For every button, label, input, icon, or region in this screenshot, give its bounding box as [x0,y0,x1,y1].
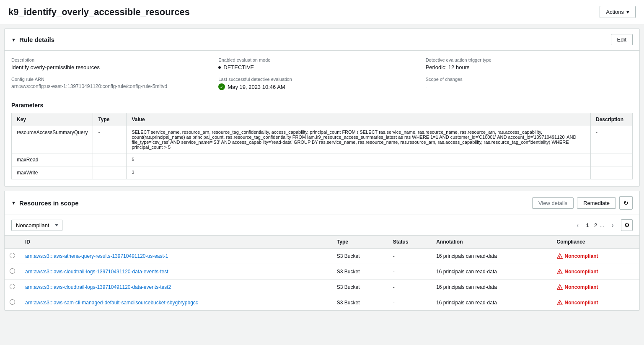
rule-details-header: ▼ Rule details Edit [5,29,639,51]
table-row: arn:aws:s3:::aws-cloudtrail-logs-1397104… [5,264,639,280]
refresh-icon: ↻ [623,200,628,206]
svg-text:!: ! [559,286,560,289]
noncompliant-badge: ! Noncompliant [557,253,634,259]
resource-status-cell: - [388,249,431,264]
resources-col-status: Status [388,236,431,249]
table-settings-button[interactable]: ⚙ [621,219,633,231]
page-title: k9_identify_overly_accessible_resources [8,7,190,18]
resource-type-cell: S3 Bucket [332,264,388,280]
next-page-button[interactable]: › [607,219,618,231]
config-arn-label: Config rule ARN [11,77,218,82]
compliance-filter[interactable]: Noncompliant Compliant All [11,220,62,231]
resources-section: ▼ Resources in scope View details Remedi… [4,191,640,311]
noncompliant-badge: ! Noncompliant [557,284,634,290]
params-cell-description: - [591,153,633,166]
noncompliant-badge: ! Noncompliant [557,300,634,306]
params-cell-key: maxWrite [12,166,93,179]
resources-col-compliance: Compliance [552,236,639,249]
params-cell-description: - [591,166,633,179]
params-col-key: Key [12,113,93,126]
resource-status-cell: - [388,295,431,311]
params-cell-key: resourceAccessSummaryQuery [12,126,93,153]
params-cell-description: - [591,126,633,153]
row-radio-cell[interactable] [5,249,20,264]
resource-id-link[interactable]: arn:aws:s3:::aws-cloudtrail-logs-1397104… [25,269,168,275]
params-cell-value: SELECT service_name, resource_arn, resou… [127,126,591,153]
resource-id-link[interactable]: arn:aws:s3:::aws-athena-query-results-13… [25,253,168,259]
row-radio-cell[interactable] [5,280,20,295]
row-radio-cell[interactable] [5,295,20,311]
resource-annotation-cell: 16 principals can read-data [431,249,551,264]
warning-triangle-icon: ! [557,253,563,259]
detective-trigger-label: Detective evaluation trigger type [426,57,633,62]
bullet-dot [218,66,221,69]
config-arn-value: arn:aws:config:us-east-1:139710491120:co… [11,83,218,89]
row-radio[interactable] [10,284,15,289]
params-cell-type: - [93,153,127,166]
row-radio[interactable] [10,268,15,274]
params-cell-key: maxRead [12,153,93,166]
chevron-down-icon: ▾ [626,9,629,15]
resource-status-cell: - [388,280,431,295]
edit-button[interactable]: Edit [611,34,633,45]
scope-changes-value: - [426,83,633,90]
resources-section-label: Resources in scope [19,200,79,207]
parameters-section: Parameters Key Type Value Description re… [5,97,639,186]
resource-id-cell: arn:aws:s3:::aws-sam-cli-managed-default… [20,295,332,311]
settings-icon: ⚙ [624,222,630,228]
description-value: Identify overly-permissible resources [11,64,218,70]
resources-col-id: ID [20,236,332,249]
remediate-button[interactable]: Remediate [577,197,616,209]
noncompliant-badge: ! Noncompliant [557,269,634,275]
resource-id-link[interactable]: arn:aws:s3:::aws-cloudtrail-logs-1397104… [25,284,171,290]
resource-id-cell: arn:aws:s3:::aws-cloudtrail-logs-1397104… [20,264,332,280]
parameters-table: Key Type Value Description resourceAcces… [11,113,633,179]
params-cell-value: 3 [127,166,591,179]
last-successful-label: Last successful detective evaluation [218,77,425,82]
params-row: maxRead - 5 - [12,153,633,166]
svg-text:!: ! [559,255,560,258]
row-radio[interactable] [10,253,15,258]
description-label: Description [11,57,218,62]
check-icon: ✓ [218,83,225,90]
actions-button[interactable]: Actions ▾ [600,6,636,18]
refresh-button[interactable]: ↻ [619,196,633,210]
resources-col-annotation: Annotation [431,236,551,249]
rule-details-grid: Description Identify overly-permissible … [5,51,639,97]
rule-details-section: ▼ Rule details Edit Description Identify… [4,29,640,187]
view-details-button[interactable]: View details [532,197,574,209]
resources-header-row: ID Type Status Annotation Compliance [5,236,639,249]
page-header: k9_identify_overly_accessible_resources … [0,0,644,24]
resource-id-cell: arn:aws:s3:::aws-cloudtrail-logs-1397104… [20,280,332,295]
filter-bar: Noncompliant Compliant All ‹ 1 2 ... › ⚙ [5,215,639,235]
resource-compliance-cell: ! Noncompliant [552,280,639,295]
rule-details-label: Rule details [19,36,54,43]
resource-id-link[interactable]: arn:aws:s3:::aws-sam-cli-managed-default… [25,300,198,306]
prev-page-button[interactable]: ‹ [572,219,584,231]
next-page-num: 2 [594,222,597,228]
eval-mode-label: Enabled evaluation mode [218,57,425,62]
row-radio-cell[interactable] [5,264,20,280]
resource-status-cell: - [388,264,431,280]
svg-text:!: ! [559,271,560,274]
resource-type-cell: S3 Bucket [332,295,388,311]
table-row: arn:aws:s3:::aws-cloudtrail-logs-1397104… [5,280,639,295]
current-page: 1 [586,222,589,228]
params-row: maxWrite - 3 - [12,166,633,179]
params-cell-type: - [93,126,127,153]
resource-compliance-cell: ! Noncompliant [552,295,639,311]
detective-trigger-value: Periodic: 12 hours [426,64,633,70]
actions-label: Actions [606,9,624,15]
resource-compliance-cell: ! Noncompliant [552,249,639,264]
params-header-row: Key Type Value Description [12,113,633,126]
rule-details-title: ▼ Rule details [11,36,54,43]
table-row: arn:aws:s3:::aws-sam-cli-managed-default… [5,295,639,311]
row-radio[interactable] [10,299,15,305]
resource-annotation-cell: 16 principals can read-data [431,264,551,280]
last-successful-value: ✓ May 19, 2023 10:46 AM [218,83,425,90]
resource-annotation-cell: 16 principals can read-data [431,280,551,295]
trigger-type-column: Detective evaluation trigger type Period… [426,57,633,90]
resource-type-cell: S3 Bucket [332,249,388,264]
eval-mode-column: Enabled evaluation mode DETECTIVE Last s… [218,57,425,90]
resource-annotation-cell: 16 principals can read-data [431,295,551,311]
